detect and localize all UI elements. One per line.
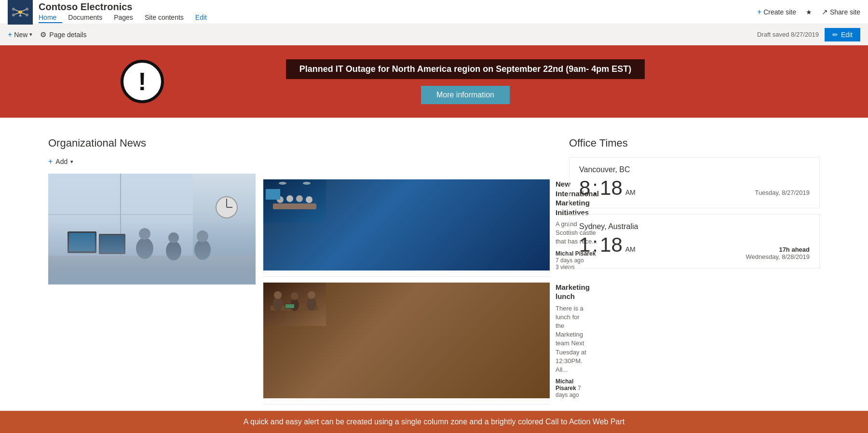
edit-icon: ✏ <box>832 31 838 39</box>
sydney-time-card: Sydney, Australia 1 : 18 AM 17h ahead We… <box>569 214 820 269</box>
svg-point-27 <box>194 240 211 260</box>
share-icon: ↗ <box>822 8 828 16</box>
nav-pages[interactable]: Pages <box>108 14 139 23</box>
alert-row: ! Planned IT Outage for North America re… <box>121 59 747 104</box>
svg-point-34 <box>306 196 312 203</box>
svg-point-28 <box>197 230 208 242</box>
toolbar-left: + New ▾ ⚙ Page details <box>8 30 86 39</box>
svg-point-5 <box>12 8 15 11</box>
exclamation-icon: ! <box>138 69 146 94</box>
plus-icon: + <box>8 30 12 39</box>
sydney-time-display: 1 : 18 AM <box>579 235 636 255</box>
sydney-city: Sydney, Australia <box>579 222 810 231</box>
alert-banner: ! Planned IT Outage for North America re… <box>0 45 868 118</box>
share-site-button[interactable]: ↗ Share site <box>822 8 860 16</box>
office-scene-image <box>48 174 256 284</box>
svg-point-45 <box>308 291 315 299</box>
vancouver-ampm: AM <box>625 189 636 196</box>
main-content: Organizational News + Add ▾ <box>0 118 868 424</box>
news-list: New International Marketing Initiatives … <box>263 174 550 405</box>
vancouver-date: Tuesday, 8/27/2019 <box>755 189 810 196</box>
nav-documents[interactable]: Documents <box>62 14 108 23</box>
svg-point-25 <box>166 241 181 260</box>
alert-icon-wrapper: ! <box>121 60 164 103</box>
svg-point-26 <box>168 232 179 243</box>
edit-button[interactable]: ✏ Edit <box>825 28 860 41</box>
page-details-button[interactable]: ⚙ Page details <box>40 30 86 39</box>
add-label: Add <box>55 158 68 165</box>
svg-rect-29 <box>263 179 326 223</box>
org-news-title: Organizational News <box>48 137 550 149</box>
vancouver-city: Vancouver, BC <box>579 165 810 174</box>
page-details-label: Page details <box>49 31 86 39</box>
svg-rect-47 <box>285 304 294 308</box>
new-chevron-icon: ▾ <box>29 31 32 38</box>
news-main-image[interactable] <box>48 174 256 284</box>
news-grid: New International Marketing Initiatives … <box>48 174 550 405</box>
svg-rect-19 <box>68 231 96 253</box>
more-information-button[interactable]: More information <box>421 86 510 104</box>
top-actions: + Create site ★ ↗ Share site <box>757 8 860 16</box>
svg-point-33 <box>296 195 303 202</box>
svg-rect-22 <box>100 235 124 253</box>
site-name: Contoso Electronics <box>39 1 757 13</box>
plus-icon: + <box>757 8 761 16</box>
vancouver-time-row: 8 : 18 AM Tuesday, 8/27/2019 <box>579 178 810 200</box>
vancouver-time-display: 8 : 18 AM <box>579 178 636 198</box>
bottom-banner: A quick and easy alert can be created us… <box>0 411 868 424</box>
nav-site-contents[interactable]: Site contents <box>139 14 190 23</box>
toolbar-right: Draft saved 8/27/2019 ✏ Edit <box>757 28 860 41</box>
news-item-1-thumbnail[interactable] <box>263 179 550 271</box>
svg-rect-0 <box>18 11 22 14</box>
gear-icon: ⚙ <box>40 30 46 39</box>
svg-point-24 <box>139 228 150 240</box>
vancouver-minute: 18 <box>600 178 623 198</box>
sydney-date: Wednesday, 8/28/2019 <box>746 253 810 260</box>
add-button[interactable]: + Add ▾ <box>48 157 73 166</box>
site-logo <box>8 0 33 25</box>
org-news-section: Organizational News + Add ▾ <box>48 137 550 405</box>
svg-point-43 <box>291 292 298 300</box>
sydney-ahead: 17h ahead <box>746 246 810 253</box>
sydney-time-row: 1 : 18 AM 17h ahead Wednesday, 8/28/2019 <box>579 235 810 260</box>
toolbar: + New ▾ ⚙ Page details Draft saved 8/27/… <box>0 24 868 45</box>
svg-point-8 <box>26 14 28 16</box>
top-nav: Contoso Electronics Home Documents Pages… <box>0 0 868 24</box>
svg-point-6 <box>26 8 28 11</box>
plus-icon: + <box>48 157 53 166</box>
svg-rect-20 <box>69 233 95 251</box>
new-label: New <box>14 31 27 39</box>
new-button[interactable]: + New ▾ <box>8 30 32 39</box>
vancouver-hour: 8 <box>579 178 590 198</box>
svg-point-7 <box>12 14 15 16</box>
favorite-button[interactable]: ★ <box>806 8 812 16</box>
site-info: Contoso Electronics Home Documents Pages… <box>39 1 757 23</box>
vancouver-date-area: Tuesday, 8/27/2019 <box>755 189 810 196</box>
news-item-2: Marketing lunch There is a lunch for the… <box>263 277 550 405</box>
alert-text-block: Planned IT Outage for North America regi… <box>183 59 747 104</box>
create-site-button[interactable]: + Create site <box>757 8 796 16</box>
news-item-2-thumbnail[interactable] <box>263 283 550 399</box>
office-times-title: Office Times <box>569 137 820 149</box>
vancouver-colon: : <box>592 178 598 198</box>
office-times-section: Office Times Vancouver, BC 8 : 18 AM Tue… <box>569 137 820 405</box>
sydney-info: 17h ahead Wednesday, 8/28/2019 <box>746 246 810 260</box>
sydney-colon: : <box>592 235 598 255</box>
nav-links: Home Documents Pages Site contents Edit <box>39 14 757 23</box>
news-item: New International Marketing Initiatives … <box>263 174 550 277</box>
sydney-hour: 1 <box>579 235 590 255</box>
draft-saved-text: Draft saved 8/27/2019 <box>757 31 819 38</box>
sydney-ampm: AM <box>625 245 636 253</box>
alert-title: Planned IT Outage for North America regi… <box>286 59 645 79</box>
svg-point-40 <box>273 297 283 311</box>
sydney-minute: 18 <box>600 235 623 255</box>
svg-point-36 <box>279 182 286 185</box>
add-chevron-icon: ▾ <box>70 159 73 165</box>
create-site-label: Create site <box>763 8 796 16</box>
svg-rect-18 <box>48 256 256 284</box>
svg-point-32 <box>286 195 293 202</box>
nav-edit[interactable]: Edit <box>190 14 213 23</box>
nav-home[interactable]: Home <box>39 14 62 23</box>
vancouver-time-card: Vancouver, BC 8 : 18 AM Tuesday, 8/27/20… <box>569 157 820 208</box>
svg-point-41 <box>274 291 282 299</box>
